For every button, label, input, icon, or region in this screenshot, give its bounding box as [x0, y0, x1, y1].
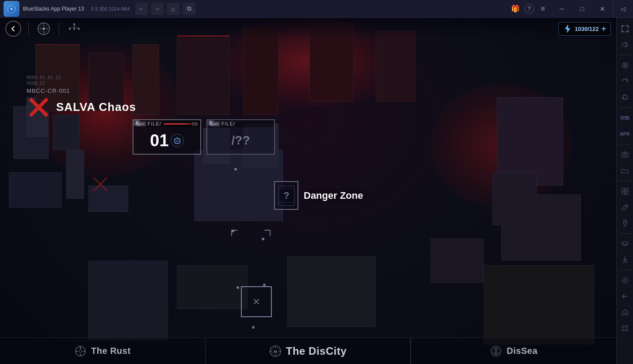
- sidebar-refresh-btn[interactable]: [618, 90, 632, 104]
- file-panel-a-header: part FILE/: [133, 120, 200, 127]
- danger-zone-label: Danger Zone: [304, 190, 363, 201]
- file-a-content: 01 7/9: [133, 127, 200, 154]
- nav-back-btn[interactable]: ←: [135, 3, 148, 15]
- sidebar-brush-btn[interactable]: [618, 200, 632, 214]
- sidebar-resize-btn[interactable]: [618, 184, 632, 198]
- svg-rect-49: [622, 329, 624, 331]
- maximize-button[interactable]: □: [572, 0, 592, 18]
- svg-line-43: [625, 205, 627, 207]
- svg-point-42: [624, 154, 626, 156]
- menu-button[interactable]: ≡: [536, 2, 550, 16]
- file-b-unknown: /??: [232, 133, 250, 148]
- bracket-tr: [264, 230, 271, 236]
- file-b-content: /??: [207, 127, 274, 154]
- svg-rect-48: [626, 326, 628, 327]
- sidebar-layers-btn[interactable]: [618, 237, 632, 251]
- mission-id: MBCC-CR-001: [27, 87, 136, 94]
- dot-marker-4: [236, 286, 239, 289]
- energy-value: 1030/122: [575, 26, 599, 32]
- file-b-label: FILE/: [221, 121, 235, 126]
- svg-point-27: [79, 350, 82, 353]
- game-area: 1030/122 + 0000.01.01.21 0000.21 MBCC-CR…: [0, 18, 616, 364]
- sidebar-volume-btn[interactable]: [618, 38, 632, 52]
- location-the-rust[interactable]: The Rust: [0, 337, 205, 364]
- file-panel-b[interactable]: part FILE/ /?? B: [206, 119, 275, 155]
- nav-multiwindow-btn[interactable]: ⧉: [183, 3, 195, 15]
- selection-bracket[interactable]: [241, 286, 272, 317]
- file-panel-a[interactable]: part FILE/ 01 7/9 A: [133, 119, 201, 155]
- svg-rect-18: [278, 186, 294, 205]
- location-dissea[interactable]: DisSea: [411, 337, 616, 364]
- dot-marker-6: [252, 326, 255, 329]
- mission-code-line: 0000.01.01.21: [27, 75, 136, 80]
- right-sidebar: RTB APK: [616, 18, 633, 364]
- sidebar-divider-5: [619, 233, 631, 234]
- sidebar-settings-btn[interactable]: [618, 273, 632, 288]
- network-icon[interactable]: [66, 21, 82, 37]
- svg-rect-8: [73, 23, 75, 25]
- sidebar-apk-btn[interactable]: APK: [618, 127, 632, 141]
- location-discity-name: The DisCity: [286, 345, 347, 357]
- sidebar-back-btn[interactable]: [618, 289, 632, 303]
- game-toolbar: 1030/122 +: [0, 18, 616, 40]
- sidebar-divider-2: [619, 107, 631, 108]
- gift-button[interactable]: 🎁: [508, 2, 522, 16]
- svg-point-40: [624, 64, 626, 67]
- sidebar-toggle-button[interactable]: ◁: [613, 0, 633, 18]
- energy-add-button[interactable]: +: [601, 24, 606, 34]
- nav-home-btn[interactable]: ⌂: [167, 3, 179, 15]
- dot-marker-3: [262, 238, 264, 240]
- bracket-tl: [231, 230, 237, 236]
- sidebar-divider-6: [619, 270, 631, 270]
- sidebar-folder-btn[interactable]: [618, 163, 632, 178]
- location-the-discity[interactable]: M The DisCity: [205, 337, 411, 364]
- sidebar-home-btn[interactable]: [618, 305, 632, 319]
- sidebar-appgrid-btn[interactable]: [618, 321, 632, 335]
- mission-cross-icon: [27, 95, 51, 119]
- sidebar-divider-3: [619, 144, 631, 144]
- minimize-button[interactable]: ─: [552, 0, 572, 18]
- sidebar-rotate-btn[interactable]: [618, 74, 632, 88]
- dissea-icon: [490, 345, 502, 357]
- danger-zone-icon: ?: [274, 181, 298, 210]
- sidebar-divider-4: [619, 181, 631, 181]
- file-a-progress: 7/9: [191, 122, 198, 127]
- file-a-label: FILE/: [148, 121, 161, 126]
- sidebar-record-btn[interactable]: [618, 58, 632, 72]
- danger-zone[interactable]: ? Danger Zone: [274, 181, 363, 210]
- mission-title: SALVA Chaos: [27, 95, 136, 119]
- sidebar-divider-1: [619, 55, 631, 55]
- titlebar-actions: 🎁 ? ≡: [508, 2, 550, 16]
- sidebar-location-btn[interactable]: [618, 216, 632, 230]
- map-x-marker-1[interactable]: [91, 174, 110, 194]
- svg-point-44: [624, 221, 626, 223]
- nav-forward-btn[interactable]: →: [151, 3, 164, 15]
- app-name: BlueStacks App Player 13: [23, 6, 84, 12]
- help-button[interactable]: ?: [524, 4, 534, 14]
- the-discity-icon: M: [269, 345, 282, 357]
- svg-text:?: ?: [283, 190, 289, 201]
- sidebar-camera-btn[interactable]: [618, 148, 632, 162]
- svg-marker-15: [565, 25, 570, 33]
- svg-rect-9: [69, 28, 71, 30]
- location-rust-name: The Rust: [91, 346, 131, 356]
- close-button[interactable]: ✕: [592, 0, 613, 18]
- sidebar-download-btn[interactable]: [618, 253, 632, 267]
- file-a-icon: [171, 134, 184, 147]
- file-panel-b-header: part FILE/: [207, 120, 274, 127]
- game-back-button[interactable]: [5, 21, 21, 37]
- svg-point-7: [42, 27, 45, 30]
- sidebar-rtb-btn[interactable]: RTB: [618, 111, 632, 125]
- mission-code-line2: 0000.21: [27, 81, 136, 86]
- titlebar: BlueStacks App Player 13 5.9.300.1014 N6…: [0, 0, 633, 18]
- svg-rect-11: [78, 28, 80, 30]
- file-panels[interactable]: part FILE/ 01 7/9 A part FILE/: [133, 119, 275, 155]
- svg-line-14: [74, 27, 79, 28]
- svg-marker-28: [80, 348, 81, 349]
- emblem-icon[interactable]: [36, 21, 52, 37]
- sidebar-expand-btn[interactable]: [618, 22, 632, 36]
- svg-line-13: [70, 27, 74, 28]
- energy-display[interactable]: 1030/122 +: [558, 22, 611, 36]
- toolbar-separator-2: [59, 22, 59, 35]
- svg-point-17: [176, 140, 178, 142]
